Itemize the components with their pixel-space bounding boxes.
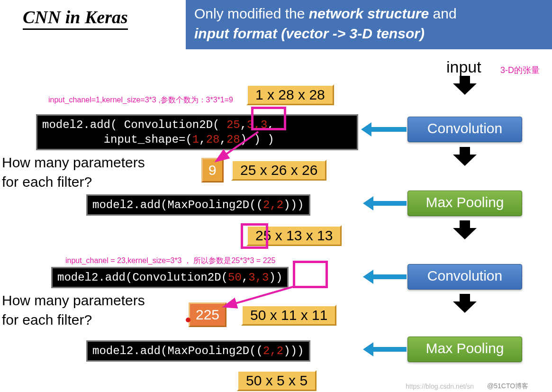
dim-input: 1 x 28 x 28 (246, 84, 334, 105)
header-text-1: Only modified the (194, 6, 309, 21)
dim-after-pool2: 50 x 5 x 5 (237, 370, 317, 391)
dim-after-conv2: 50 x 11 x 11 (241, 305, 336, 326)
tensor-annotation: 3-D的张量 (500, 64, 540, 76)
dim-25-rest: x 13 x 13 (271, 228, 333, 243)
highlight-box (293, 261, 328, 288)
stage-convolution-1: Convolution (407, 117, 522, 142)
dot-icon (186, 318, 190, 322)
arrow-down-icon (453, 294, 477, 313)
stage-convolution-2: Convolution (407, 264, 522, 290)
stage-maxpool-2: Max Pooling (407, 337, 522, 362)
dim-after-conv1: 25 x 26 x 26 (231, 160, 326, 181)
annotation-2: input_chanel = 23,kernel_size=3*3 ， 所以参数… (65, 256, 275, 266)
arrow-down-icon (453, 220, 477, 239)
question-2: How many parametersfor each filter? (2, 291, 145, 329)
annotation-1: input_chanel=1,kernel_size=3*3 ,参数个数为：3*… (48, 95, 233, 105)
answer-box-225: 225 (189, 302, 226, 327)
watermark-1: https://blog.csdn.net/sn (406, 383, 474, 390)
header-em-2: input format (vector -> 3-D tensor) (194, 26, 425, 41)
stage-maxpool-1: Max Pooling (407, 191, 522, 216)
code-conv1: model2.add( Convolution2D( 25,3,3, input… (36, 114, 358, 150)
header-text-2: and (429, 6, 456, 21)
header-banner: Only modified the network structure and … (186, 0, 552, 49)
code-pool1: model2.add(MaxPooling2D((2,2))) (86, 194, 310, 216)
highlight-box (241, 223, 268, 249)
question-1: How many parametersfor each filter? (2, 153, 145, 191)
highlight-box (251, 107, 286, 130)
code-conv2: model2.add(Convolution2D(50,3,3)) (51, 267, 289, 288)
arrow-down-icon (453, 147, 477, 166)
header-em-1: network structure (309, 6, 429, 21)
input-label: input (446, 58, 481, 76)
code-pool2: model2.add(MaxPooling2D((2,2))) (86, 340, 310, 362)
svg-line-1 (226, 286, 295, 306)
watermark-2: @51CTO博客 (487, 382, 528, 391)
answer-box-9: 9 (201, 158, 224, 182)
slide-title: CNN in Keras (23, 7, 128, 30)
arrow-down-icon (453, 76, 477, 95)
